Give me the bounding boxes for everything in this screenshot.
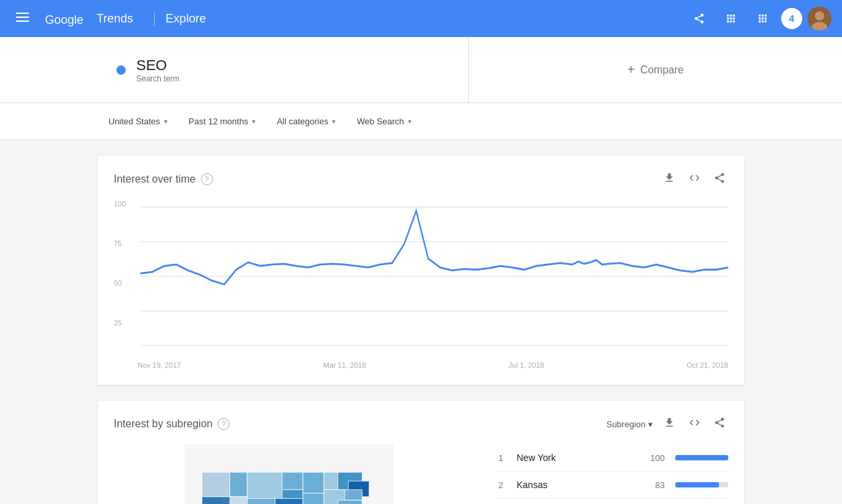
svg-marker-15 <box>230 472 247 497</box>
search-area: SEO Search term + Compare <box>0 37 842 103</box>
categories-chevron-icon: ▾ <box>332 118 335 125</box>
time-range-filter[interactable]: Past 12 months ▾ <box>178 111 266 132</box>
subregion-help-icon[interactable]: ? <box>218 418 230 430</box>
chart-svg <box>114 200 728 369</box>
rank-bar-2 <box>675 482 719 487</box>
svg-marker-16 <box>247 472 282 498</box>
rank-num-2: 2 <box>495 480 506 490</box>
svg-marker-30 <box>337 500 362 504</box>
help-icon[interactable]: ? <box>201 173 213 185</box>
explore-label: Explore <box>154 12 206 26</box>
svg-marker-26 <box>247 499 274 504</box>
rank-name-1: New York <box>517 452 634 463</box>
apps-icon[interactable] <box>749 5 776 32</box>
search-term-info: SEO Search term <box>136 57 179 83</box>
rank-name-2: Kansas <box>517 480 634 490</box>
rank-bar-container-1 <box>675 455 728 460</box>
logo: Google Trends <box>45 11 133 26</box>
subregion-share-icon[interactable] <box>711 414 728 434</box>
avatar[interactable] <box>808 7 831 30</box>
ranking-row-1: 1 New York 100 <box>495 444 728 472</box>
rank-value-1: 100 <box>645 453 665 463</box>
rank-num-1: 1 <box>495 453 506 463</box>
svg-marker-18 <box>282 489 303 498</box>
compare-box[interactable]: + Compare <box>469 37 842 103</box>
svg-marker-37 <box>202 497 230 504</box>
svg-marker-19 <box>303 472 324 493</box>
interest-chart: 100 75 50 25 Nov 19, 2017 Mar 11, 2 <box>98 200 744 385</box>
search-term-box: SEO Search term <box>95 37 469 103</box>
card-actions-interest <box>661 169 728 189</box>
rank-bar-1 <box>675 455 728 460</box>
search-term-text: SEO <box>136 57 179 74</box>
search-type-chevron-icon: ▾ <box>408 118 411 125</box>
subregion-content: 1 New York 100 2 Kansas 83 3 <box>98 444 744 504</box>
logo-trends: Trends <box>97 12 133 26</box>
compare-label: Compare <box>640 64 684 76</box>
menu-icon[interactable] <box>11 5 34 32</box>
time-range-label: Past 12 months <box>189 116 248 126</box>
interest-by-subregion-card: Interest by subregion ? Subregion ▾ <box>98 401 744 504</box>
svg-rect-1 <box>16 17 29 18</box>
notification-badge[interactable]: 4 <box>781 8 802 29</box>
categories-label: All categories <box>276 116 328 126</box>
subregion-header: Interest by subregion ? Subregion ▾ <box>98 401 744 444</box>
rank-bar-container-2 <box>675 482 728 487</box>
location-filter[interactable]: United States ▾ <box>98 111 178 132</box>
interest-over-time-title: Interest over time <box>114 173 196 185</box>
ranking-row-2: 2 Kansas 83 <box>495 472 728 499</box>
compare-plus-icon: + <box>627 62 635 77</box>
notification-icon[interactable] <box>718 5 744 32</box>
main-content: Interest over time ? <box>0 140 842 504</box>
svg-marker-28 <box>303 493 324 504</box>
subregion-title-area: Interest by subregion ? <box>114 418 230 430</box>
ranking-row-3: 3 Oregon 70 <box>495 499 728 504</box>
search-type-filter[interactable]: Web Search ▾ <box>346 111 421 132</box>
search-type-label: Web Search <box>357 116 403 126</box>
subregion-actions: Subregion ▾ <box>607 414 728 434</box>
svg-marker-20 <box>323 472 337 489</box>
subregion-dropdown-label: Subregion <box>607 419 646 429</box>
share-small-icon[interactable] <box>711 169 728 189</box>
categories-filter[interactable]: All categories ▾ <box>266 111 346 132</box>
subregion-download-icon[interactable] <box>661 414 678 434</box>
svg-marker-27 <box>274 499 302 504</box>
interest-over-time-card: Interest over time ? <box>98 156 744 385</box>
svg-text:Google: Google <box>45 13 83 26</box>
share-icon[interactable] <box>686 5 712 32</box>
search-dot <box>116 65 126 75</box>
subregion-embed-icon[interactable] <box>686 414 703 434</box>
header: Google Trends Explore 4 <box>0 0 842 37</box>
svg-marker-14 <box>202 472 230 497</box>
header-actions: 4 <box>686 5 831 32</box>
svg-rect-0 <box>16 13 29 14</box>
card-title-area: Interest over time ? <box>114 173 213 185</box>
rankings-area: 1 New York 100 2 Kansas 83 3 <box>480 444 744 504</box>
subregion-title: Interest by subregion <box>114 418 212 430</box>
card-header-interest: Interest over time ? <box>98 156 744 200</box>
search-term-label: Search term <box>136 74 179 83</box>
map-area <box>98 444 480 504</box>
time-range-chevron-icon: ▾ <box>252 118 255 125</box>
svg-rect-2 <box>16 21 29 22</box>
us-map <box>163 444 415 504</box>
svg-point-5 <box>815 11 824 21</box>
location-label: United States <box>108 116 160 126</box>
download-icon[interactable] <box>661 169 678 189</box>
svg-marker-17 <box>282 472 303 489</box>
subregion-dropdown[interactable]: Subregion ▾ <box>607 419 653 429</box>
filters-bar: United States ▾ Past 12 months ▾ All cat… <box>0 103 842 140</box>
subregion-chevron-icon: ▾ <box>648 419 653 429</box>
location-chevron-icon: ▾ <box>164 118 167 125</box>
rank-value-2: 83 <box>645 480 665 490</box>
embed-icon[interactable] <box>686 169 703 189</box>
